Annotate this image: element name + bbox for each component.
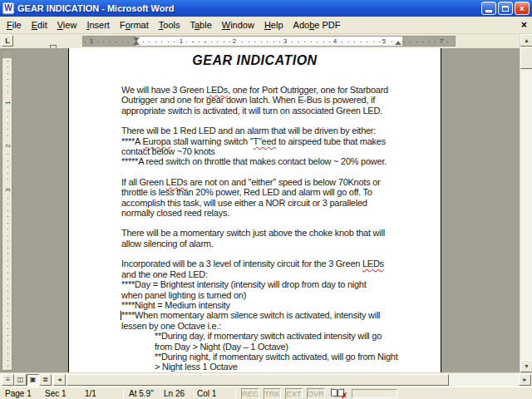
status-mode-trk[interactable]: TRK [264,388,281,399]
word-app-icon: W [2,2,14,14]
paragraph: There will be a momentary switch just ab… [121,228,412,249]
restore-button[interactable] [498,2,513,15]
document-close-icon[interactable]: × [521,20,527,30]
vertical-ruler-margin-zone [2,51,12,58]
ruler-number: 3 [4,185,12,195]
spelling-grammar-status-icon[interactable]: ✗ [331,388,345,398]
status-separator [123,389,124,398]
ruler-number: 3 [282,37,288,46]
menu-file[interactable]: File [2,18,27,32]
menu-insert[interactable]: Insert [81,18,115,32]
text-run: and the one Red LED: [121,269,208,279]
menu-format[interactable]: Format [115,18,154,32]
paragraph: If all Green LEDs are not on and "either… [121,177,412,219]
vertical-scrollbar[interactable]: ▲ ▼ [520,34,532,372]
text-run: *****A reed switch on throttle that make… [121,156,387,166]
menu-edit[interactable]: Edit [27,18,52,32]
horizontal-scrollbar-row: ≡◫▣≣ ◄ ► [0,372,532,387]
document-area: 123 GEAR INDICATION We will have 3 Green… [0,48,520,372]
spell-error-x: ✗ [342,392,348,399]
web-layout-view-button[interactable]: ◫ [14,374,27,386]
paragraph: We will have 3 Green LEDs, one for Port … [121,85,412,116]
minimize-button[interactable] [481,2,496,15]
text-run: appropriate switch is activated, it will… [121,106,382,116]
text-run: stall warning switch " [170,136,253,146]
document-page[interactable]: GEAR INDICATION We will have 3 Green LED… [68,48,441,372]
menu-help[interactable]: Help [259,18,288,32]
text-run: , one for Port Outrigger, one for Starbo… [228,85,388,95]
horizontal-ruler-row: L 1123457 [0,34,520,48]
horizontal-ruler[interactable]: 1123457 [82,36,456,47]
status-page: Page 1 [5,389,45,398]
horizontal-scroll-thumb[interactable] [66,374,449,386]
status-mode-rec[interactable]: REC [241,388,259,399]
menu-view[interactable]: View [52,18,82,32]
right-margin-zone [402,37,455,46]
close-button[interactable]: × [515,2,530,15]
menu-tools[interactable]: Tools [154,18,185,32]
ruler-ticks [136,42,402,42]
status-empty-panel [352,389,397,398]
ruler-number: 2 [4,140,12,151]
text-run: There will be a momentary switch just ab… [121,228,385,238]
text-run: ****When momentary alarm silence switch … [121,310,380,320]
normal-view-button[interactable]: ≡ [2,374,14,386]
title-bar: W GEAR INDICATION - Microsoft Word × [0,0,532,17]
document-heading: GEAR INDICATION [69,53,441,67]
text-run: are not on and "either" speed is below 7… [188,177,381,187]
misspelled-word: LEDs [206,85,228,95]
scroll-right-button[interactable]: ► [519,374,531,386]
text-run: from Day > Night (Day – 1 Octave) [155,342,288,352]
close-icon: × [520,4,525,13]
vertical-ruler[interactable]: 123 [2,50,12,371]
right-indent-marker[interactable] [395,41,401,45]
text-run: normally closed reed relays. [121,208,229,218]
status-at-position: At 5.9" [129,389,164,398]
menu-items: FileEditViewInsertFormatToolsTableWindow… [2,20,345,30]
print-layout-view-button[interactable]: ▣ [27,374,39,386]
window-title: GEAR INDICATION - Microsoft Word [17,3,481,13]
ruler-number: 5 [381,37,387,46]
text-run: allow silencing of alarm. [121,239,214,249]
text-run: ****Night = Medium intensity [121,300,230,310]
paragraph: There will be 1 Red LED and an alarm tha… [121,126,412,167]
status-column-number: Col 1 [197,389,230,398]
menu-table[interactable]: Table [185,18,216,32]
text-run: > Night less 1 Octave [155,362,238,372]
status-page-of-total: 1/1 [85,389,118,398]
vertical-scroll-thumb[interactable] [520,47,532,69]
status-mode-ovr[interactable]: OVR [307,388,326,399]
menu-bar: FileEditViewInsertFormatToolsTableWindow… [0,17,532,34]
text-run: contact below ~70 knots [121,146,215,156]
text-run: lessen by one Octave i.e.: [121,321,221,331]
book-page-left [331,389,337,397]
ruler-number: 4 [332,37,338,46]
misspelled-word: Europa [142,136,170,146]
paragraph: **During day, if momentary switch activa… [155,331,412,372]
menu-adobe-pdf[interactable]: Adobe PDF [288,18,346,32]
paragraph: Incorporated will be a 3 level of intens… [121,259,412,331]
text-run: If all Green [121,177,166,187]
scroll-left-button[interactable]: ◄ [53,374,66,386]
outline-view-button[interactable]: ≣ [39,374,52,386]
tab-stop-selector[interactable]: L [2,35,13,47]
document-body: We will have 3 Green LEDs, one for Port … [121,85,412,372]
misspelled-word: T"eed [253,136,276,146]
status-bar: Page 1 Sec 1 1/1 At 5.9" Ln 26 Col 1 REC… [0,387,532,399]
text-run: when panel lighting is turned on) [121,290,246,300]
text-run: **During day, if momentary switch activa… [155,331,382,341]
text-run: throttle is less than 20% power, Red LED… [121,187,372,197]
hanging-indent-marker[interactable] [133,41,140,45]
text-run: **During night, if momentary switch acti… [155,352,397,362]
text-run: There will be 1 Red LED and an alarm tha… [121,126,376,135]
status-mode-ext[interactable]: EXT [285,388,302,399]
status-section: Sec 1 [45,389,85,398]
ruler-number: 2 [231,37,238,46]
menu-window[interactable]: Window [217,18,259,32]
status-line-number: Ln 26 [164,389,197,398]
minimize-icon [485,10,492,12]
scroll-down-button[interactable]: ▼ [520,360,532,372]
ruler-number: 1 [88,37,95,46]
text-run: Incorporated will be a 3 level of intens… [121,259,362,268]
scroll-up-button[interactable]: ▲ [520,34,532,47]
